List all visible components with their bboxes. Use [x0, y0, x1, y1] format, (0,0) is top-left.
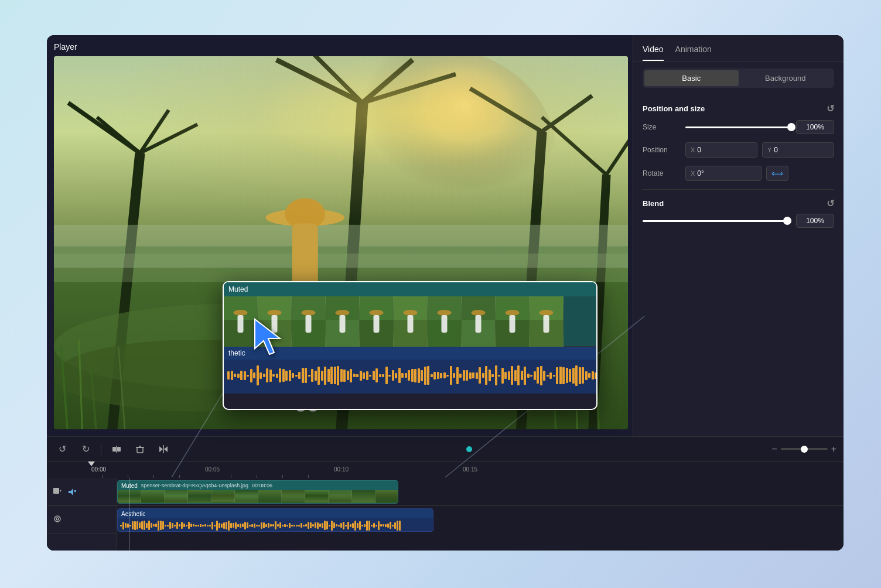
zoom-audio-partial: thetic [228, 349, 245, 357]
waveform-bar [263, 522, 265, 528]
waveform-bar [242, 524, 244, 527]
waveform-bar [592, 371, 594, 380]
waveform-bar [368, 521, 370, 531]
zoom-out-button[interactable]: − [771, 444, 777, 454]
blend-slider[interactable] [643, 220, 791, 222]
position-reset-icon[interactable]: ↺ [827, 103, 834, 114]
waveform-bar [244, 522, 246, 529]
waveform-bar [582, 367, 584, 384]
waveform-bar [383, 524, 384, 527]
waveform-bar [363, 372, 365, 379]
split-button[interactable] [108, 441, 125, 457]
waveform-bar [414, 369, 416, 382]
waveform-bar [330, 367, 333, 384]
props-tabs: Video Animation [633, 35, 844, 61]
position-y-input[interactable]: Y 0 [762, 142, 834, 158]
undo-button[interactable]: ↺ [54, 441, 70, 457]
waveform-bar [305, 524, 307, 527]
video-clip[interactable]: Muted spenser-sembrat-dqFRxQAqsb4-unspla… [117, 480, 398, 504]
svg-point-61 [268, 310, 282, 316]
waveform-bar [272, 374, 275, 377]
size-slider-track[interactable] [685, 127, 791, 128]
waveform-bar [385, 524, 387, 527]
clip-thumbnails [118, 490, 398, 504]
clip-header: Muted spenser-sembrat-dqFRxQAqsb4-unspla… [118, 481, 398, 490]
waveform-bar [424, 367, 426, 385]
rotate-label: Rotate [643, 169, 681, 177]
rotate-x-label: X [691, 170, 695, 177]
waveform-bar [501, 368, 504, 384]
svg-rect-90 [510, 315, 515, 333]
waveform-bar [317, 367, 320, 385]
waveform-bar [190, 524, 192, 527]
waveform-bar [379, 374, 381, 377]
waveform-bar [482, 373, 484, 378]
waveform-bar [431, 374, 433, 377]
waveform-bar [275, 521, 276, 529]
tab-video[interactable]: Video [643, 45, 664, 61]
waveform-bar [151, 523, 152, 528]
ruler-markers: 00:00 00:05 00:10 00:15 [76, 461, 773, 478]
waveform-bar [397, 521, 398, 531]
waveform-bar [257, 365, 259, 385]
rotate-x-input[interactable]: X 0° [685, 166, 762, 181]
tab-animation[interactable]: Animation [675, 45, 712, 61]
waveform-bar [250, 369, 252, 382]
waveform-bar [556, 367, 558, 384]
rotate-toggle[interactable]: ⟺ [766, 166, 788, 181]
subtab-basic[interactable]: Basic [644, 70, 739, 86]
position-x-input[interactable]: X 0 [685, 142, 757, 158]
size-value[interactable]: 100% [796, 120, 834, 134]
waveform-bar [356, 374, 358, 377]
svg-point-53 [54, 516, 60, 522]
size-slider[interactable] [685, 127, 791, 128]
subtab-background[interactable]: Background [739, 70, 833, 86]
blend-reset-icon[interactable]: ↺ [827, 198, 834, 209]
waveform-bar [540, 366, 542, 385]
svg-rect-20 [54, 254, 628, 282]
position-x-value: 0 [697, 146, 701, 154]
waveform-bar [165, 525, 166, 527]
delete-button[interactable] [132, 441, 148, 457]
tracks-controls [47, 478, 117, 551]
audio-clip[interactable]: Aesthetic // We'll generate these in the… [117, 508, 433, 532]
waveform-bar [136, 521, 138, 529]
svg-point-89 [506, 310, 520, 316]
position-inputs: X 0 Y 0 [685, 142, 834, 158]
waveform-bar [298, 525, 300, 527]
waveform-bar [559, 367, 562, 384]
video-track-control [47, 478, 117, 506]
waveform-bar [427, 366, 429, 385]
waveform-bar [132, 521, 134, 529]
blend-value[interactable]: 100% [796, 214, 834, 228]
waveform-bar [293, 525, 295, 527]
waveform-bar [369, 375, 371, 377]
waveform-bar [317, 522, 319, 529]
waveform-bar [319, 524, 321, 527]
waveform-bar [284, 524, 286, 527]
waveform-bar [234, 374, 236, 377]
waveform-bar [183, 524, 185, 527]
waveform-bar [216, 521, 218, 531]
waveform-bar [270, 524, 272, 527]
waveform-bar [251, 524, 253, 527]
video-mute-button[interactable] [67, 487, 76, 497]
waveform-bar [366, 371, 368, 380]
audio-waveform: // We'll generate these in the main scri… [118, 518, 433, 532]
position-label: Position [643, 146, 681, 154]
rotate-x-value: 0° [697, 169, 704, 177]
waveform-bar [279, 522, 281, 528]
svg-point-93 [539, 310, 554, 316]
waveform-bar [450, 366, 452, 385]
svg-marker-46 [164, 446, 168, 452]
waveform-bar [207, 525, 209, 527]
waveform-bar [530, 375, 532, 377]
timeline-zoom: − + [771, 444, 836, 454]
waveform-bar [398, 368, 401, 383]
zoom-in-button[interactable]: + [831, 444, 836, 454]
mirror-button[interactable] [155, 441, 172, 457]
waveform-bar [364, 524, 366, 527]
svg-point-54 [56, 518, 59, 520]
redo-button[interactable]: ↻ [77, 441, 94, 457]
zoom-slider-track[interactable] [781, 448, 828, 450]
